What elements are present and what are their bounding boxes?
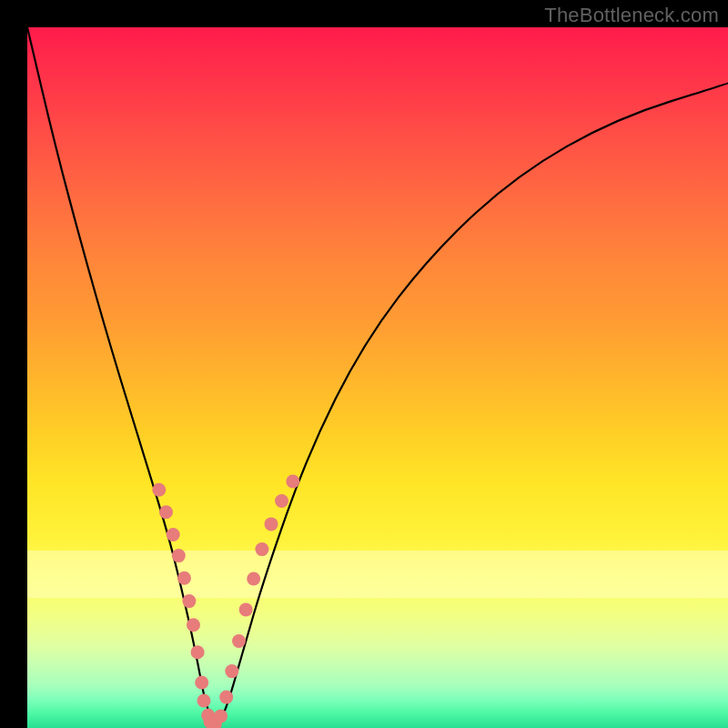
- scatter-dot: [187, 618, 200, 632]
- scatter-group: [152, 475, 299, 729]
- chart-stage: TheBottleneck.com: [0, 0, 728, 728]
- scatter-dot: [195, 676, 208, 690]
- scatter-dot: [172, 549, 186, 562]
- scatter-dot: [232, 634, 246, 648]
- scatter-dot: [197, 694, 211, 708]
- scatter-dot: [177, 571, 191, 585]
- scatter-dot: [225, 664, 238, 678]
- chart-svg: [27, 27, 728, 728]
- plot-area: [27, 27, 728, 728]
- scatter-dot: [265, 517, 278, 531]
- bottleneck-curve: [27, 27, 728, 723]
- scatter-dot: [275, 494, 288, 508]
- scatter-dot: [191, 645, 205, 659]
- watermark-text: TheBottleneck.com: [544, 4, 719, 27]
- scatter-dot: [219, 691, 233, 704]
- scatter-dot: [167, 528, 180, 541]
- scatter-dot: [247, 572, 260, 586]
- scatter-dot: [159, 505, 173, 519]
- scatter-dot: [255, 542, 268, 556]
- scatter-dot: [182, 594, 196, 608]
- scatter-dot: [152, 483, 166, 497]
- scatter-dot: [239, 602, 253, 616]
- scatter-dot: [286, 475, 299, 489]
- scatter-dot: [214, 709, 228, 723]
